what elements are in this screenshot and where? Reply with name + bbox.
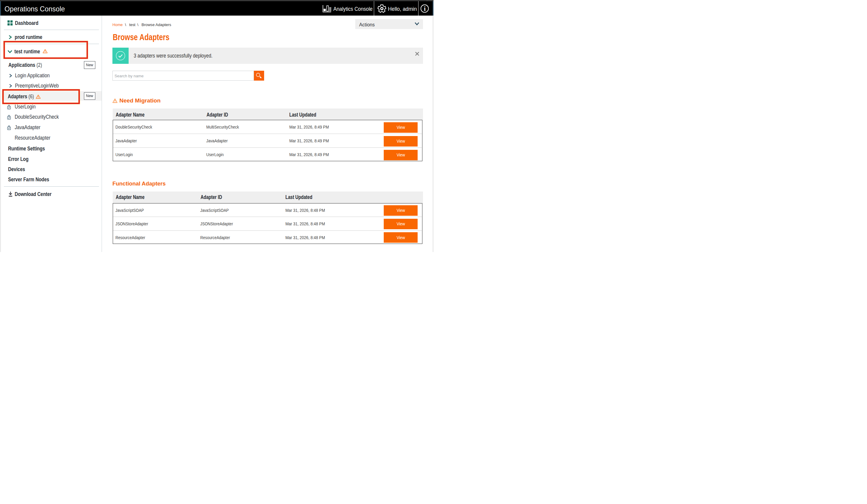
svg-text:i: i bbox=[424, 5, 425, 12]
